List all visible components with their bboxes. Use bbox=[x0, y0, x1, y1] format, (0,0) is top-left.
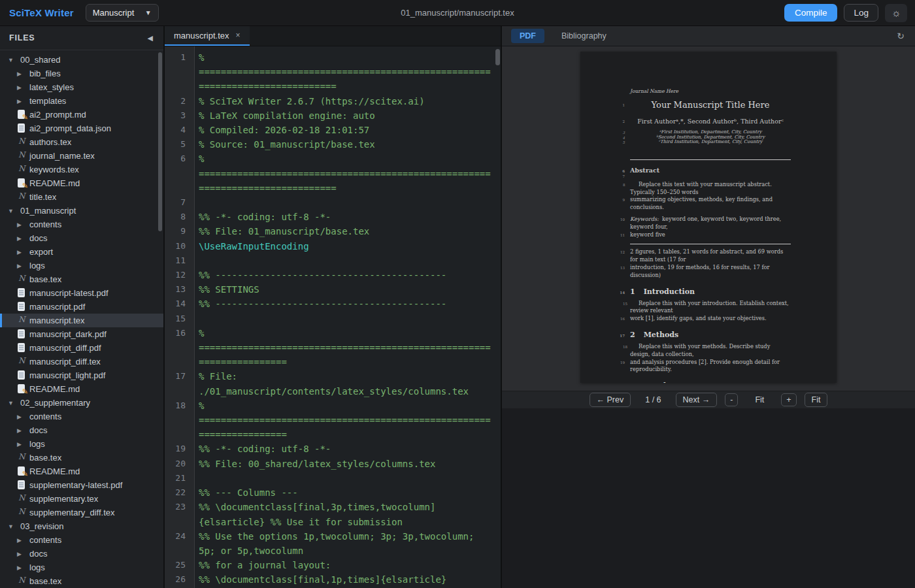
file-name-label: contents bbox=[29, 220, 61, 229]
code-line[interactable]: 16 % ===================================… bbox=[165, 326, 501, 370]
file-tree-item[interactable]: docs bbox=[0, 423, 163, 437]
file-tree-item[interactable]: README.md bbox=[0, 465, 163, 478]
code-line[interactable]: 20 %% File: 00_shared/latex_styles/colum… bbox=[165, 457, 501, 471]
file-tree-item[interactable]: manuscript-latest.pdf bbox=[0, 286, 163, 300]
code-line[interactable]: 15 bbox=[165, 312, 501, 326]
refresh-icon[interactable]: ↻ bbox=[897, 31, 905, 41]
pdf-margin-line-number: 13 bbox=[614, 265, 625, 272]
editor-tab-manuscript[interactable]: manuscript.tex × bbox=[165, 26, 250, 46]
code-line[interactable]: 26 %% \documentclass[final,1p,times]{els… bbox=[165, 572, 501, 587]
code-line[interactable]: 25 %% for a journal layout: bbox=[165, 558, 501, 572]
sidebar-scrollbar-thumb[interactable] bbox=[158, 52, 162, 231]
code-line[interactable]: 22 %% --- Columns --- bbox=[165, 485, 501, 500]
file-tree-item[interactable]: 01_manuscript bbox=[0, 204, 163, 218]
file-tree-item[interactable]: ai2_prompt.md bbox=[0, 108, 163, 122]
code-line[interactable]: 5 % Source: 01_manuscript/base.tex bbox=[165, 137, 501, 152]
tab-bibliography[interactable]: Bibliography bbox=[561, 31, 607, 41]
code-line-text: %% \documentclass[final,1p,times]{elsart… bbox=[194, 572, 501, 587]
code-line-text: %% for a journal layout: bbox=[194, 558, 501, 572]
pdf-line-text: 2 figures, 1 tables, 21 words for abstra… bbox=[630, 248, 783, 263]
file-tree-item[interactable]: 03_revision bbox=[0, 519, 163, 533]
zoom-out-button[interactable]: - bbox=[725, 393, 738, 406]
file-tree-item[interactable]: logs bbox=[0, 561, 163, 574]
zoom-in-button[interactable]: + bbox=[781, 393, 796, 406]
code-line[interactable]: 13 %% SETTINGS bbox=[165, 282, 501, 297]
file-type-icon bbox=[17, 302, 27, 312]
file-tree-item[interactable]: contents bbox=[0, 218, 163, 231]
theme-toggle-button[interactable]: ☼ bbox=[885, 4, 907, 22]
line-number: 14 bbox=[165, 297, 194, 311]
file-tree-item[interactable]: latex_styles bbox=[0, 80, 163, 94]
file-tree-item[interactable]: export bbox=[0, 245, 163, 259]
file-tree: 00_shared bib_files latex_styles bbox=[0, 50, 163, 588]
code-line[interactable]: 12 %% ----------------------------------… bbox=[165, 268, 501, 282]
code-line[interactable]: 17 % File: ./01_manuscript/contents/late… bbox=[165, 369, 501, 398]
file-tree-item[interactable]: 02_supplementary bbox=[0, 396, 163, 410]
code-line[interactable]: 2 % SciTeX Writer 2.6.7 (https://scitex.… bbox=[165, 94, 501, 108]
tab-close-icon[interactable]: × bbox=[236, 31, 241, 40]
file-tree-item[interactable]: supplementary-latest.pdf bbox=[0, 478, 163, 492]
fit-button[interactable]: Fit bbox=[805, 393, 828, 407]
code-editor[interactable]: 1 % ====================================… bbox=[165, 46, 501, 588]
file-tree-item[interactable]: manuscript.pdf bbox=[0, 300, 163, 314]
code-line[interactable]: 14 %% ----------------------------------… bbox=[165, 297, 501, 311]
file-tree-item[interactable]: logs bbox=[0, 259, 163, 272]
file-tree-item[interactable]: manuscript_diff.tex bbox=[0, 355, 163, 368]
code-line[interactable]: 9 %% File: 01_manuscript/base.tex bbox=[165, 224, 501, 238]
file-tree-item[interactable]: manuscript_dark.pdf bbox=[0, 327, 163, 341]
file-tree-item[interactable]: manuscript_light.pdf bbox=[0, 368, 163, 382]
file-tree-item[interactable]: templates bbox=[0, 94, 163, 108]
file-tree-item[interactable]: contents bbox=[0, 533, 163, 547]
file-tree-item[interactable]: contents bbox=[0, 410, 163, 423]
line-number: 17 bbox=[165, 369, 194, 398]
file-tree-item[interactable]: keywords.tex bbox=[0, 163, 163, 176]
code-line[interactable]: 18 % ===================================… bbox=[165, 399, 501, 442]
file-tree-item[interactable]: supplementary_diff.tex bbox=[0, 506, 163, 519]
file-tree-item[interactable]: base.tex bbox=[0, 451, 163, 465]
next-page-button[interactable]: Next → bbox=[676, 393, 718, 407]
code-line[interactable]: 24 %% Use the options 1p,twocolumn; 3p; … bbox=[165, 529, 501, 558]
code-line[interactable]: 3 % LaTeX compilation engine: auto bbox=[165, 108, 501, 123]
file-tree-item[interactable]: docs bbox=[0, 547, 163, 561]
code-line[interactable]: 4 % Compiled: 2026-02-18 21:01:57 bbox=[165, 123, 501, 137]
code-line-text: % SciTeX Writer 2.6.7 (https://scitex.ai… bbox=[194, 94, 501, 108]
code-line[interactable]: 8 %% -*- coding: utf-8 -*- bbox=[165, 210, 501, 224]
code-line[interactable]: 10 \UseRawInputEncoding bbox=[165, 239, 501, 253]
code-line[interactable]: 1 % ====================================… bbox=[165, 50, 501, 94]
disclosure-triangle-icon bbox=[8, 208, 18, 214]
code-line[interactable]: 19 %% -*- coding: utf-8 -*- bbox=[165, 442, 501, 456]
files-header: FILES ◀ bbox=[0, 26, 163, 50]
file-tree-item[interactable]: README.md bbox=[0, 176, 163, 190]
file-tree-item[interactable]: journal_name.tex bbox=[0, 149, 163, 163]
file-tree-item[interactable]: supplementary.tex bbox=[0, 492, 163, 506]
file-tree-item[interactable]: docs bbox=[0, 231, 163, 245]
file-tree-item[interactable]: logs bbox=[0, 437, 163, 451]
file-tree-item[interactable]: authors.tex bbox=[0, 135, 163, 149]
code-line[interactable]: 21 bbox=[165, 471, 501, 485]
file-tree-item[interactable]: manuscript_diff.pdf bbox=[0, 341, 163, 355]
file-tree-item[interactable]: README.md bbox=[0, 382, 163, 396]
compile-button[interactable]: Compile bbox=[784, 4, 838, 22]
code-line[interactable]: 11 bbox=[165, 253, 501, 268]
pdf-text-line: 122 figures, 1 tables, 21 words for abst… bbox=[630, 248, 791, 264]
pdf-text-line: 9summarizing objectives, methods, key fi… bbox=[630, 196, 791, 212]
prev-page-button[interactable]: ← Prev bbox=[590, 393, 631, 407]
pdf-line-text: Results bbox=[644, 382, 674, 383]
file-tree-item[interactable]: title.tex bbox=[0, 190, 163, 204]
file-tree-item[interactable]: bib_files bbox=[0, 67, 163, 80]
file-tree-item[interactable]: 00_shared bbox=[0, 53, 163, 67]
file-tree-item[interactable]: base.tex bbox=[0, 272, 163, 286]
file-tree-item[interactable]: ai2_prompt_data.json bbox=[0, 122, 163, 135]
code-line[interactable]: 6 % ====================================… bbox=[165, 152, 501, 195]
file-tree-item[interactable]: manuscript.tex bbox=[0, 314, 163, 327]
disclosure-triangle-icon bbox=[17, 441, 27, 448]
sidebar-collapse-icon[interactable]: ◀ bbox=[148, 34, 153, 42]
document-type-dropdown[interactable]: Manuscript ▼ bbox=[86, 4, 159, 22]
editor-scrollbar-thumb[interactable] bbox=[495, 49, 500, 65]
code-line[interactable]: 23 %% \documentclass[final,3p,times,twoc… bbox=[165, 500, 501, 529]
file-tree-item[interactable]: base.tex bbox=[0, 574, 163, 588]
code-line[interactable]: 7 bbox=[165, 195, 501, 210]
log-button[interactable]: Log bbox=[844, 4, 878, 22]
tab-pdf[interactable]: PDF bbox=[511, 29, 544, 43]
disclosure-triangle-icon bbox=[8, 400, 18, 406]
